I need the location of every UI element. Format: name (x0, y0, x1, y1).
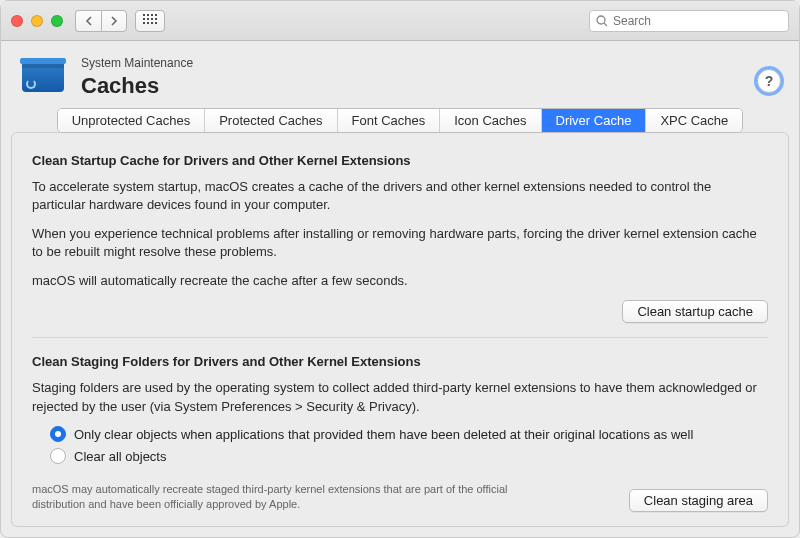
svg-point-0 (597, 16, 605, 24)
clean-staging-area-button[interactable]: Clean staging area (629, 489, 768, 512)
clean-startup-cache-button[interactable]: Clean startup cache (622, 300, 768, 323)
content-panel: Clean Startup Cache for Drivers and Othe… (11, 132, 789, 527)
tab-driver-cache[interactable]: Driver Cache (542, 109, 647, 132)
section2-footnote: macOS may automatically recreate staged … (32, 482, 552, 512)
tabs-container: Unprotected Caches Protected Caches Font… (1, 107, 799, 132)
radio-clear-all[interactable]: Clear all objects (32, 448, 768, 464)
radio-only-deleted-indicator (50, 426, 66, 442)
section1-title: Clean Startup Cache for Drivers and Othe… (32, 153, 768, 168)
radio-clear-all-indicator (50, 448, 66, 464)
breadcrumb: System Maintenance (81, 56, 193, 70)
search-icon (596, 15, 608, 27)
show-all-button[interactable] (135, 10, 165, 32)
chevron-right-icon (110, 16, 118, 26)
section2-p1: Staging folders are used by the operatin… (32, 379, 768, 416)
section1-p1: To accelerate system startup, macOS crea… (32, 178, 768, 215)
radio-only-deleted[interactable]: Only clear objects when applications tha… (32, 426, 768, 442)
section1-p2: When you experience technical problems a… (32, 225, 768, 262)
tab-unprotected-caches[interactable]: Unprotected Caches (58, 109, 206, 132)
search-field[interactable] (589, 10, 789, 32)
titlebar (1, 1, 799, 41)
recycle-bin-icon (22, 62, 64, 92)
minimize-window-button[interactable] (31, 15, 43, 27)
divider (32, 337, 768, 338)
forward-button[interactable] (101, 10, 127, 32)
traffic-lights (11, 15, 63, 27)
header-titles: System Maintenance Caches (81, 56, 193, 99)
section2-footer: macOS may automatically recreate staged … (32, 482, 768, 512)
pane-icon (19, 53, 67, 101)
grid-icon (143, 14, 157, 28)
radio-only-deleted-label: Only clear objects when applications tha… (74, 427, 693, 442)
help-button[interactable]: ? (757, 69, 781, 93)
tab-xpc-cache[interactable]: XPC Cache (646, 109, 742, 132)
chevron-left-icon (85, 16, 93, 26)
page-title: Caches (81, 73, 193, 99)
close-window-button[interactable] (11, 15, 23, 27)
search-input[interactable] (613, 14, 782, 28)
tabs: Unprotected Caches Protected Caches Font… (57, 108, 744, 133)
tab-font-caches[interactable]: Font Caches (338, 109, 441, 132)
zoom-window-button[interactable] (51, 15, 63, 27)
radio-clear-all-label: Clear all objects (74, 449, 167, 464)
section1-p3: macOS will automatically recreate the ca… (32, 272, 768, 290)
tab-icon-caches[interactable]: Icon Caches (440, 109, 541, 132)
section2-title: Clean Staging Folders for Drivers and Ot… (32, 354, 768, 369)
nav-buttons (75, 10, 127, 32)
svg-line-1 (604, 23, 607, 26)
back-button[interactable] (75, 10, 101, 32)
tab-protected-caches[interactable]: Protected Caches (205, 109, 337, 132)
pane-header: System Maintenance Caches ? (1, 41, 799, 107)
prefs-window: System Maintenance Caches ? Unprotected … (0, 0, 800, 538)
panel-wrap: Clean Startup Cache for Drivers and Othe… (1, 132, 799, 537)
